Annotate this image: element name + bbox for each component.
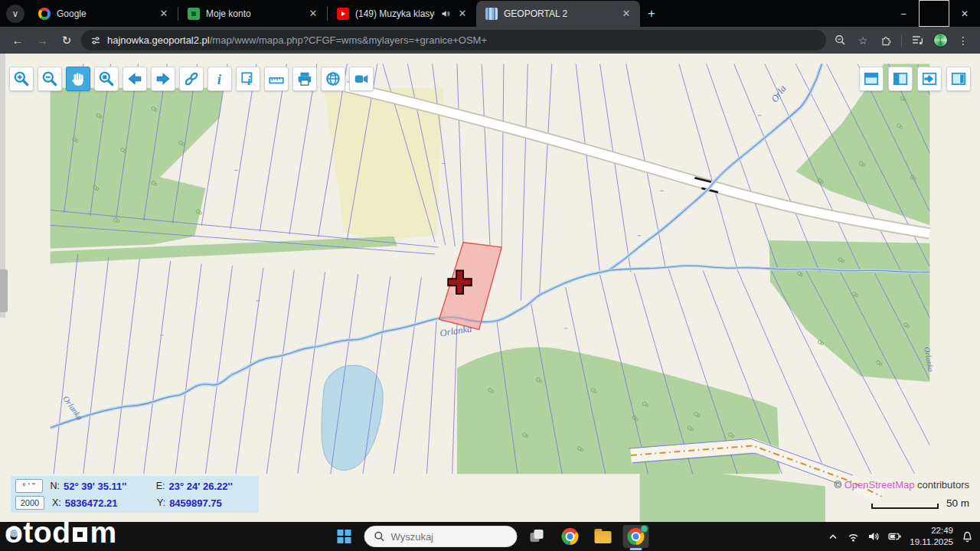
tab-close-icon[interactable]: ✕ xyxy=(158,8,170,20)
zoom-out-button[interactable] xyxy=(38,67,62,91)
reload-button[interactable]: ↻ xyxy=(57,31,77,51)
tab-close-icon[interactable]: ✕ xyxy=(620,8,632,20)
profile-avatar[interactable] xyxy=(931,31,949,50)
new-tab-button[interactable]: + xyxy=(648,6,655,21)
identify-window-button[interactable]: i xyxy=(236,67,260,91)
battery-icon[interactable] xyxy=(888,530,902,543)
otodom-watermark-logo: otodm xyxy=(5,519,117,546)
panel-top-layout-button[interactable] xyxy=(859,67,884,91)
tray-chevron-up-icon[interactable] xyxy=(827,530,839,543)
url-bar[interactable]: hajnowka.geoportal2.pl/map/www/mapa.php?… xyxy=(81,30,826,51)
y-label: Y: xyxy=(157,497,165,508)
start-button[interactable] xyxy=(332,525,358,548)
video-stream-button[interactable] xyxy=(349,67,374,91)
back-button[interactable]: ← xyxy=(8,31,28,51)
link-button[interactable] xyxy=(179,67,204,91)
svg-text:i: i xyxy=(217,71,222,87)
contributors-text: contributors xyxy=(917,479,969,491)
panel-left-layout-button[interactable] xyxy=(888,67,913,91)
geoportal-map-viewport[interactable]: Orla Orlanka Orlanka Orlanka i i xyxy=(0,54,980,522)
windows-logo-icon xyxy=(338,530,351,543)
tab-title: Moje konto xyxy=(206,8,301,19)
url-domain: hajnowka.geoportal2.pl xyxy=(107,34,210,46)
tab-close-icon[interactable]: ✕ xyxy=(307,8,319,20)
coordinate-statusbar: ° ' '' N:52° 39' 35.11'' E:23° 24' 26.22… xyxy=(11,476,259,513)
tab-close-icon[interactable]: ✕ xyxy=(456,8,469,20)
clock-date: 19.11.2025 xyxy=(910,536,953,548)
zoom-window-button[interactable] xyxy=(94,67,119,91)
avatar-image xyxy=(933,33,948,47)
globe-button[interactable] xyxy=(321,67,345,91)
side-panel-handle[interactable] xyxy=(0,269,8,312)
n-value: 52° 39' 35.11'' xyxy=(64,481,126,492)
taskbar-search[interactable] xyxy=(364,526,518,547)
task-view-button[interactable] xyxy=(524,525,550,548)
scalebar-line xyxy=(871,504,939,509)
folder-icon xyxy=(595,531,612,544)
tab-moje-konto[interactable]: Moje konto ✕ xyxy=(178,1,327,27)
volume-icon[interactable] xyxy=(867,530,880,543)
zoom-in-button[interactable] xyxy=(9,67,34,91)
e-label: E: xyxy=(156,481,165,491)
history-forward-button[interactable] xyxy=(151,67,175,91)
map-scalebar: 50 m xyxy=(871,497,969,509)
otodom-text-right: m xyxy=(90,516,116,549)
panel-expand-button[interactable] xyxy=(917,67,942,91)
taskbar-clock[interactable]: 22:49 19.11.2025 xyxy=(910,525,953,548)
bookmark-star-icon[interactable]: ☆ xyxy=(854,31,872,50)
dms-format-box[interactable]: ° ' '' xyxy=(15,479,43,493)
clock-time: 22:49 xyxy=(910,525,953,536)
tab-title: (149) Muzyka klasyczna, któ xyxy=(355,8,435,19)
openstreetmap-link[interactable]: OpenStreetMap xyxy=(844,479,915,491)
site-info-icon[interactable] xyxy=(90,35,101,46)
osm-attribution: © OpenStreetMap contributors xyxy=(834,479,969,491)
tab-google[interactable]: Google ✕ xyxy=(29,1,178,27)
browser-tabstrip: ∨ Google ✕ Moje konto ✕ (149) Muzyka kla… xyxy=(0,0,980,27)
close-window-button[interactable]: ✕ xyxy=(949,0,980,27)
search-icon xyxy=(374,531,385,542)
restore-icon xyxy=(919,0,949,27)
google-favicon-icon xyxy=(38,8,51,20)
y-value: 8459897.75 xyxy=(169,497,222,509)
zoom-page-icon[interactable] xyxy=(831,31,849,50)
chrome-active-taskbar-button[interactable] xyxy=(623,525,649,548)
media-controls-icon[interactable] xyxy=(908,31,926,50)
x-value: 5836472.21 xyxy=(65,497,118,509)
geoportal-favicon-icon xyxy=(485,8,498,20)
scalebar-label: 50 m xyxy=(946,497,969,509)
tab-search-button[interactable]: ∨ xyxy=(6,5,24,23)
map-canvas: Orla Orlanka Orlanka Orlanka xyxy=(0,54,980,522)
tab-youtube[interactable]: (149) Muzyka klasyczna, któ ✕ xyxy=(328,1,476,27)
browser-addressbar: ← → ↻ hajnowka.geoportal2.pl/map/www/map… xyxy=(0,27,980,54)
search-input[interactable] xyxy=(391,531,498,543)
file-explorer-button[interactable] xyxy=(590,525,616,548)
chrome-taskbar-button[interactable] xyxy=(557,525,583,548)
window-controls: – ✕ xyxy=(888,0,980,27)
extensions-icon[interactable] xyxy=(877,31,895,50)
otodom-logo-square xyxy=(73,527,87,542)
measure-ruler-button[interactable] xyxy=(264,67,289,91)
n-label: N: xyxy=(51,481,60,491)
notification-bell-icon[interactable] xyxy=(961,530,974,543)
restore-button[interactable] xyxy=(919,0,949,27)
identify-info-button[interactable]: i xyxy=(207,67,232,91)
scale-input[interactable] xyxy=(15,496,44,510)
print-button[interactable] xyxy=(292,67,317,91)
e-value: 23° 24' 26.22'' xyxy=(169,481,233,492)
map-toolbar-right xyxy=(859,67,971,91)
pan-hand-button[interactable] xyxy=(66,67,90,91)
wifi-icon[interactable] xyxy=(847,530,860,543)
system-tray: 22:49 19.11.2025 xyxy=(827,522,974,551)
tab-geoportal[interactable]: GEOPORTAL 2 ✕ xyxy=(476,1,640,27)
browser-menu-icon[interactable]: ⋮ xyxy=(954,31,972,50)
history-back-button[interactable] xyxy=(122,67,147,91)
tab-audio-icon[interactable] xyxy=(441,9,450,18)
panel-right-layout-button[interactable] xyxy=(946,67,971,91)
tab-title: Google xyxy=(57,8,152,19)
youtube-favicon-icon xyxy=(337,8,349,20)
windows-taskbar: 22:49 19.11.2025 xyxy=(0,522,980,551)
minimize-button[interactable]: – xyxy=(888,0,919,27)
x-label: X: xyxy=(52,497,61,508)
forward-button[interactable]: → xyxy=(32,31,52,51)
otodom-text-left: otod xyxy=(5,516,70,549)
